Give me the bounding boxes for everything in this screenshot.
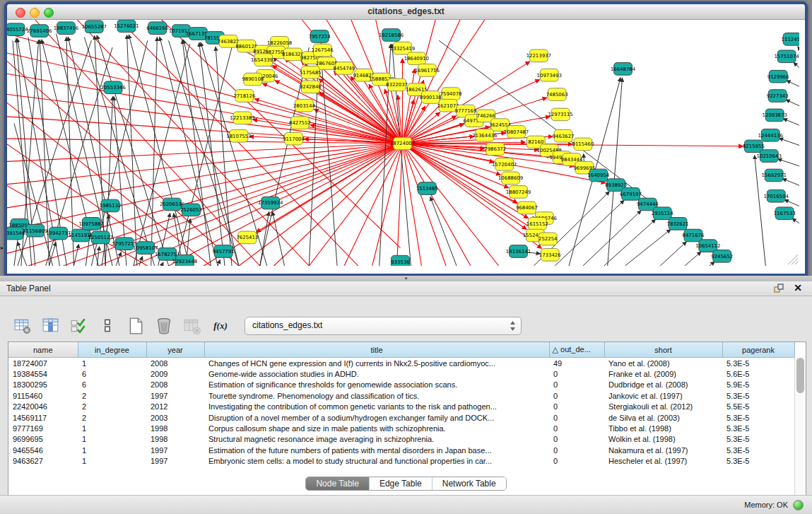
window-resize-grip[interactable] — [788, 255, 798, 264]
table-cell[interactable]: 1 — [78, 434, 146, 445]
network-node[interactable]: 14136141 — [506, 245, 531, 258]
table-cell[interactable]: Structural magnetic resonance image aver… — [204, 434, 549, 445]
table-cell[interactable]: 2 — [78, 390, 146, 401]
network-node[interactable]: 6679197 — [620, 188, 642, 201]
table-selector[interactable]: citations_edges.txt — [245, 317, 522, 335]
table-cell[interactable]: 6 — [78, 380, 146, 390]
column-selector-button[interactable] — [42, 317, 60, 335]
network-node[interactable]: 12213937 — [526, 49, 551, 62]
column-header-in_degree[interactable]: in_degree — [78, 342, 146, 358]
table-row[interactable]: 1872400712008Changes of HCN gene express… — [8, 358, 794, 369]
network-node[interactable]: 10975887 — [79, 218, 104, 230]
network-node[interactable]: 10973493 — [537, 69, 562, 81]
node-table-grid[interactable]: namein_degreeyeartitle△ out_de...shortpa… — [8, 342, 795, 467]
panel-collapse-arrow-icon[interactable]: ▸ — [1, 245, 4, 251]
network-node[interactable]: 8427552 — [289, 117, 311, 129]
table-cell[interactable]: 2009 — [146, 368, 204, 379]
network-node[interactable]: 933536 — [391, 255, 409, 266]
table-cell[interactable]: Genome-wide association studies in ADHD. — [204, 368, 549, 379]
network-node[interactable]: 2803144 — [293, 99, 315, 112]
network-node[interactable]: 9463627 — [553, 129, 575, 142]
network-node[interactable]: 12505123 — [88, 231, 113, 244]
table-cell[interactable]: 5.3E-5 — [722, 456, 794, 467]
table-cell[interactable]: Franke et al. (2009) — [604, 368, 722, 379]
table-cell[interactable]: 49 — [549, 358, 604, 369]
tab-node-table[interactable]: Node Table — [306, 477, 369, 490]
table-row[interactable]: 1938455462009Genome-wide association stu… — [8, 368, 794, 379]
table-row[interactable]: 911546021997Tourette syndrome. Phenomeno… — [8, 390, 794, 401]
table-cell[interactable]: Tourette syndrome. Phenomenology and cla… — [204, 390, 549, 401]
table-cell[interactable]: Estimation of the future numbers of pati… — [204, 445, 549, 455]
network-node[interactable]: 16543392 — [251, 54, 276, 66]
table-cell[interactable]: Stergiakouli et al. (2012) — [604, 402, 722, 412]
table-cell[interactable]: Nakamura et al. (1997) — [604, 445, 722, 455]
network-node[interactable]: 18107553 — [226, 129, 251, 142]
table-row[interactable]: 977716911998Corpus callosum shape and si… — [8, 423, 794, 433]
network-node[interactable]: 9115460 — [572, 138, 594, 151]
table-cell[interactable]: Wolkin et al. (1998) — [604, 434, 722, 445]
table-cell[interactable]: 9465546 — [8, 445, 78, 455]
table-cell[interactable]: 5.6E-5 — [722, 368, 794, 379]
table-cell[interactable]: 18300295 — [8, 380, 78, 390]
column-header-name[interactable]: name — [8, 342, 78, 358]
table-row[interactable]: 1456911722003Disruption of a novel membe… — [8, 412, 794, 423]
table-cell[interactable]: 2008 — [146, 358, 204, 369]
network-node[interactable]: 18807249 — [506, 186, 531, 199]
table-row[interactable]: 946554611997Estimation of the future num… — [8, 445, 794, 455]
table-cell[interactable]: Estimation of significance thresholds fo… — [204, 380, 549, 390]
function-builder-button[interactable]: f(x) — [211, 317, 230, 335]
network-node[interactable]: 7625413 — [236, 231, 258, 244]
network-node[interactable]: 11156809 — [23, 224, 47, 237]
row-height-button[interactable] — [98, 317, 117, 335]
network-node[interactable]: 12973115 — [548, 108, 572, 121]
table-cell[interactable]: Corpus callosum shape and size in male p… — [204, 423, 549, 433]
table-cell[interactable]: 0 — [549, 423, 604, 433]
network-node[interactable]: 9227343 — [767, 90, 789, 103]
network-node[interactable]: 9117004 — [283, 132, 305, 145]
network-node[interactable]: 12093873 — [763, 109, 787, 122]
network-node[interactable]: 1167533 — [774, 207, 796, 220]
table-cell[interactable]: 1997 — [146, 390, 204, 401]
table-cell[interactable]: 2 — [78, 402, 146, 412]
table-cell[interactable]: 0 — [549, 456, 604, 467]
network-node[interactable]: 19837416 — [54, 22, 78, 35]
float-panel-icon[interactable] — [774, 284, 784, 293]
network-node[interactable]: 7594078 — [440, 88, 462, 100]
network-node[interactable]: 9890108 — [242, 73, 264, 86]
table-cell[interactable]: 5.9E-5 — [722, 380, 794, 390]
column-header-title[interactable]: title — [204, 342, 549, 358]
table-cell[interactable]: 5.3E-5 — [722, 423, 794, 433]
tab-network-table[interactable]: Network Table — [432, 477, 506, 490]
table-cell[interactable]: Tibbo et al. (1998) — [604, 423, 722, 433]
table-cell[interactable]: Disruption of a novel member of a sodium… — [204, 412, 549, 423]
table-cell[interactable]: 19384554 — [8, 368, 78, 379]
network-node[interactable]: 10807487 — [504, 126, 529, 139]
network-node[interactable]: 8454749 — [334, 62, 355, 75]
table-cell[interactable]: 22420046 — [8, 402, 78, 412]
network-node[interactable]: 1267546 — [312, 44, 334, 57]
network-node[interactable]: 20553346 — [100, 81, 125, 94]
network-node[interactable]: 7832621 — [667, 218, 689, 230]
tab-edge-table[interactable]: Edge Table — [369, 477, 432, 490]
network-node[interactable]: 15692971 — [762, 169, 787, 182]
column-header-short[interactable]: short — [604, 342, 722, 358]
network-node[interactable]: 16648784 — [611, 63, 635, 76]
network-node[interactable]: 15720407 — [492, 158, 517, 171]
table-cell[interactable]: 1998 — [146, 434, 204, 445]
table-cell[interactable]: 2 — [78, 412, 146, 423]
network-node[interactable]: 7957224 — [309, 30, 331, 43]
table-settings-button[interactable] — [13, 317, 32, 335]
table-cell[interactable]: 9699695 — [8, 434, 78, 445]
network-node[interactable]: 10210643 — [757, 150, 782, 163]
network-node[interactable]: 7485063 — [546, 88, 568, 101]
delete-button[interactable] — [155, 317, 173, 335]
network-node[interactable]: 1615152 — [526, 218, 548, 230]
network-node[interactable]: 19218586 — [379, 29, 404, 42]
table-cell[interactable]: 1 — [78, 445, 146, 455]
table-cell[interactable]: 5.3E-5 — [722, 358, 794, 369]
table-cell[interactable]: Changes of HCN gene expression and I(f) … — [204, 358, 549, 369]
network-node[interactable]: 1733426 — [539, 249, 561, 262]
table-cell[interactable]: 1 — [78, 358, 146, 369]
table-cell[interactable]: 5.3E-5 — [722, 445, 794, 455]
network-node[interactable]: 27691406 — [27, 25, 52, 37]
